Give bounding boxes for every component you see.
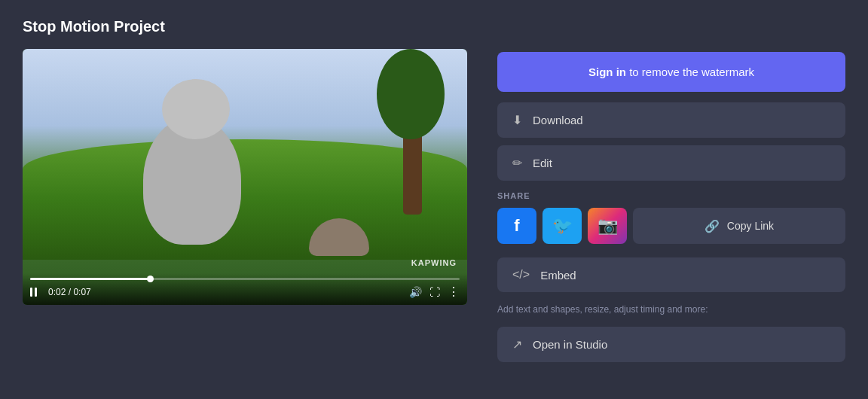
studio-description: Add text and shapes, resize, adjust timi… bbox=[497, 304, 845, 315]
watermark-text: KAPWING bbox=[411, 258, 457, 267]
share-section: SHARE f 🐦 📷 🔗 Copy Link bbox=[497, 191, 845, 244]
more-options-button[interactable]: ⋮ bbox=[448, 285, 460, 299]
more-icon: ⋮ bbox=[448, 285, 460, 299]
external-link-icon: ↗ bbox=[512, 337, 522, 352]
copy-link-button[interactable]: 🔗 Copy Link bbox=[633, 208, 845, 244]
video-thumbnail: KAPWING bbox=[23, 49, 467, 305]
copy-link-label: Copy Link bbox=[727, 220, 774, 232]
share-row: f 🐦 📷 🔗 Copy Link bbox=[497, 208, 845, 244]
volume-button[interactable]: 🔊 bbox=[409, 286, 422, 298]
video-section: KAPWING 0:02 / 0:0 bbox=[23, 49, 467, 381]
time-display: 0:02 / 0:07 bbox=[48, 287, 91, 297]
embed-button[interactable]: </> Embed bbox=[497, 257, 845, 292]
embed-icon: </> bbox=[512, 268, 530, 282]
fullscreen-button[interactable]: ⛶ bbox=[429, 286, 440, 298]
edit-button[interactable]: ✏ Edit bbox=[497, 145, 845, 181]
facebook-icon: f bbox=[514, 216, 519, 236]
sign-in-suffix: to remove the watermark bbox=[626, 65, 754, 78]
right-panel: Sign in to remove the watermark ⬇ Downlo… bbox=[497, 49, 845, 381]
download-icon: ⬇ bbox=[512, 113, 522, 127]
pause-button[interactable] bbox=[30, 287, 41, 297]
twitter-icon: 🐦 bbox=[552, 216, 573, 236]
instagram-button[interactable]: 📷 bbox=[588, 208, 627, 244]
edit-label: Edit bbox=[533, 157, 552, 169]
progress-fill bbox=[30, 278, 151, 280]
volume-icon: 🔊 bbox=[409, 286, 422, 298]
download-button[interactable]: ⬇ Download bbox=[497, 102, 845, 138]
download-label: Download bbox=[533, 114, 583, 126]
sign-in-button[interactable]: Sign in to remove the watermark bbox=[497, 52, 845, 92]
instagram-icon: 📷 bbox=[598, 216, 618, 236]
fullscreen-icon: ⛶ bbox=[429, 286, 440, 298]
facebook-button[interactable]: f bbox=[497, 208, 536, 244]
progress-bar[interactable] bbox=[30, 278, 460, 280]
pause-icon bbox=[30, 287, 41, 297]
link-icon: 🔗 bbox=[704, 219, 720, 233]
page-title: Stop Motion Project bbox=[23, 18, 845, 35]
embed-label: Embed bbox=[540, 269, 576, 282]
video-controls: 0:02 / 0:07 🔊 ⛶ ⋮ bbox=[23, 273, 467, 305]
video-player[interactable]: KAPWING 0:02 / 0:0 bbox=[23, 49, 467, 305]
share-label: SHARE bbox=[497, 191, 845, 200]
edit-icon: ✏ bbox=[512, 156, 522, 170]
twitter-button[interactable]: 🐦 bbox=[542, 208, 582, 244]
sign-in-bold: Sign in bbox=[588, 65, 626, 78]
open-studio-label: Open in Studio bbox=[533, 338, 607, 351]
open-studio-button[interactable]: ↗ Open in Studio bbox=[497, 327, 845, 362]
